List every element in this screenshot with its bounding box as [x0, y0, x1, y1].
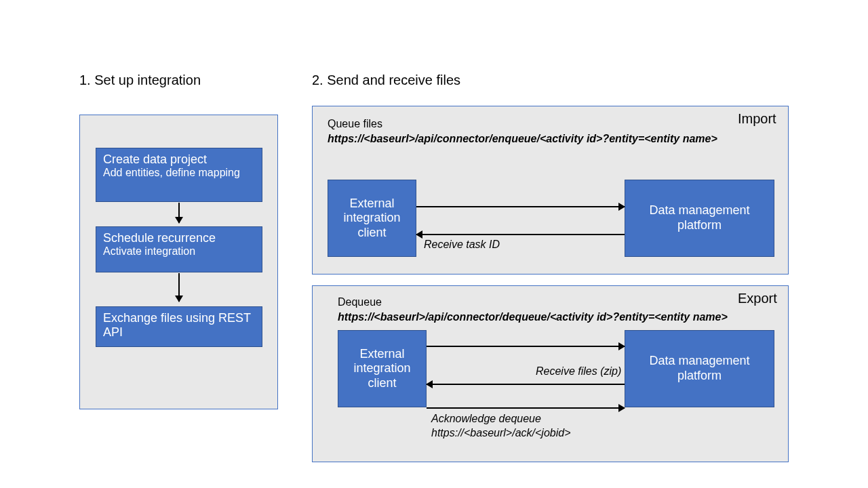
export-left-node: External integration client [338, 330, 427, 407]
step-exchange-files: Exchange files using REST API [96, 306, 262, 347]
export-arrow-request [427, 346, 625, 347]
step-create-data-project: Create data project Add entities, define… [96, 148, 262, 202]
arrow-step2-step3 [178, 273, 180, 302]
export-left-node-label: External integration client [341, 347, 423, 391]
import-right-node-label: Data management platform [628, 203, 771, 232]
arrow-step1-step2 [178, 203, 180, 223]
export-right-node: Data management platform [625, 330, 774, 407]
step2-sub: Activate integration [103, 245, 255, 258]
import-left-node: External integration client [328, 180, 416, 257]
heading-send-receive: 2. Send and receive files [312, 73, 460, 88]
import-url: https://<baseurl>/api/connector/enqueue/… [328, 133, 717, 145]
step2-title: Schedule recurrence [103, 231, 255, 245]
export-label: Dequeue [338, 296, 382, 308]
import-conn-label: Receive task ID [424, 239, 500, 251]
import-right-node: Data management platform [625, 180, 774, 257]
export-conn2-label2: https://<baseurl>/ack/<jobid> [431, 427, 570, 439]
export-arrow-receive [427, 384, 625, 385]
step1-sub: Add entities, define mapping [103, 167, 255, 179]
heading-setup: 1. Set up integration [79, 73, 201, 88]
import-left-node-label: External integration client [331, 197, 413, 241]
export-conn2-label1: Acknowledge dequeue [431, 413, 541, 425]
import-label: Queue files [328, 118, 382, 130]
import-arrow-receive [416, 234, 625, 235]
step1-title: Create data project [103, 152, 255, 167]
step-schedule-recurrence: Schedule recurrence Activate integration [96, 226, 262, 272]
step3-title: Exchange files using REST API [103, 311, 255, 340]
export-right-node-label: Data management platform [628, 354, 771, 383]
export-arrow-ack [427, 407, 625, 409]
export-conn1-label: Receive files (zip) [536, 365, 621, 378]
import-arrow-send [416, 206, 625, 207]
export-url: https://<baseurl>/api/connector/dequeue/… [338, 311, 728, 323]
export-title: Export [738, 291, 777, 306]
import-title: Import [738, 111, 776, 127]
